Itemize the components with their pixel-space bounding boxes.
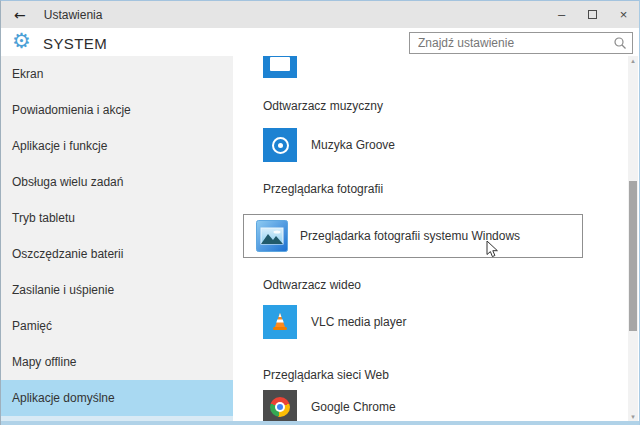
sidebar-item-ekran[interactable]: Ekran (1, 56, 233, 92)
sidebar-item-pamiec[interactable]: Pamięć (1, 308, 233, 344)
sidebar-item-zasilanie[interactable]: Zasilanie i uśpienie (1, 272, 233, 308)
titlebar: ← Ustawienia – × (1, 1, 639, 28)
maximize-icon[interactable] (577, 1, 608, 28)
sidebar-item-mapy-offline[interactable]: Mapy offline (1, 344, 233, 380)
scrollbar[interactable]: ▴ ▾ (628, 56, 638, 422)
app-name-video: VLC media player (311, 315, 406, 329)
mail-envelope-shape (270, 57, 290, 71)
default-app-photo-viewer[interactable]: Przeglądarka fotografii systemu Windows (243, 214, 583, 258)
sidebar-item-tryb-tabletu[interactable]: Tryb tabletu (1, 200, 233, 236)
app-name-browser: Google Chrome (311, 400, 396, 414)
maximize-box (588, 10, 597, 19)
window-title: Ustawienia (44, 8, 103, 22)
scrollbar-thumb[interactable] (629, 181, 637, 331)
scroll-up-icon[interactable]: ▴ (628, 57, 638, 65)
search-icon[interactable] (613, 36, 627, 50)
chrome-icon (263, 390, 297, 422)
sidebar-item-aplikacje-domyslne[interactable]: Aplikacje domyślne (1, 380, 233, 416)
mouse-cursor (486, 240, 499, 259)
back-arrow-icon[interactable]: ← (14, 7, 26, 23)
search-box[interactable] (409, 32, 633, 54)
sidebar: Ekran Powiadomienia i akcje Aplikacje i … (1, 56, 233, 422)
groove-music-icon (263, 128, 297, 162)
mail-icon (263, 56, 297, 78)
default-app-video[interactable]: VLC media player (263, 305, 406, 339)
sidebar-item-oszczedzanie-baterii[interactable]: Oszczędzanie baterii (1, 236, 233, 272)
section-label-video-player: Odtwarzacz wideo (263, 278, 361, 292)
window-controls: – × (546, 1, 639, 28)
page-title: SYSTEM (43, 35, 107, 52)
window-bottom-border (1, 421, 639, 425)
section-label-photo-viewer: Przeglądarka fotografii (263, 182, 383, 196)
default-app-music[interactable]: Muzyka Groove (263, 128, 395, 162)
settings-window: ← Ustawienia – × ⚙ SYSTEM Ekran Powiadom… (0, 0, 640, 425)
scroll-down-icon[interactable]: ▾ (628, 413, 638, 421)
minimize-icon[interactable]: – (546, 1, 577, 28)
default-app-browser[interactable]: Google Chrome (263, 390, 396, 422)
default-apps-panel: Odtwarzacz muzyczny Muzyka Groove Przegl… (233, 56, 628, 422)
sidebar-item-powiadomienia[interactable]: Powiadomienia i akcje (1, 92, 233, 128)
app-name-music: Muzyka Groove (311, 138, 395, 152)
section-label-music-player: Odtwarzacz muzyczny (263, 99, 383, 113)
windows-photo-viewer-icon (256, 220, 288, 252)
search-input[interactable] (410, 33, 632, 53)
gear-icon: ⚙ (12, 31, 31, 52)
section-label-web-browser: Przeglądarka sieci Web (263, 368, 389, 382)
sidebar-item-obsluga-wielu-zadan[interactable]: Obsługa wielu zadań (1, 164, 233, 200)
sidebar-item-aplikacje-i-funkcje[interactable]: Aplikacje i funkcje (1, 128, 233, 164)
groove-logo-shape (272, 137, 289, 154)
vlc-icon (263, 305, 297, 339)
vlc-cone-shape (269, 312, 291, 332)
chrome-logo-shape (270, 397, 290, 417)
close-icon[interactable]: × (608, 1, 639, 28)
